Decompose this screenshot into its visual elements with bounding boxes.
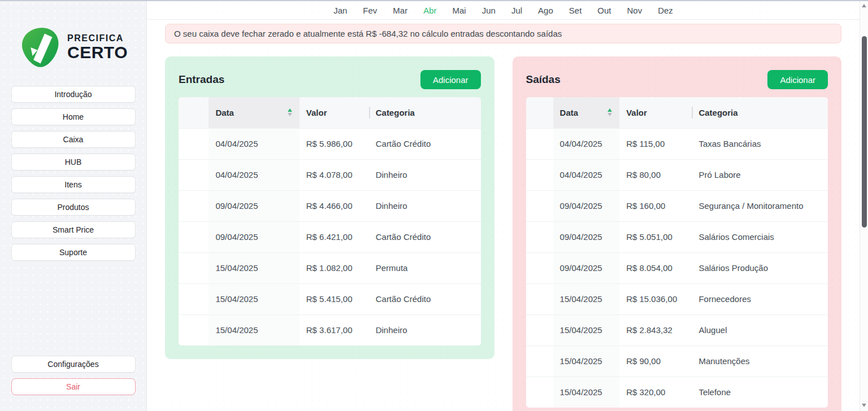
cell-data: 04/04/2025	[209, 128, 299, 159]
saidas-row[interactable]: 09/04/2025 R$ 160,00 Segurança / Monitor…	[526, 190, 828, 221]
month-tab[interactable]: Jul	[511, 6, 522, 15]
entradas-row[interactable]: 04/04/2025 R$ 5.986,00 Cartão Crédito	[179, 128, 481, 159]
entradas-row[interactable]: 15/04/2025 R$ 1.082,00 Permuta	[179, 252, 481, 283]
entradas-panel: Entradas Adicionar Data Valor Categoria	[165, 56, 494, 359]
cell-categoria: Salários Comerciais	[692, 221, 828, 252]
cell-valor: R$ 80,00	[619, 159, 692, 190]
cell-valor: R$ 8.054,00	[619, 252, 692, 283]
cell-categoria: Segurança / Monitoramento	[692, 190, 828, 221]
month-tab[interactable]: Dez	[658, 6, 673, 15]
entradas-row[interactable]: 09/04/2025 R$ 4.466,00 Dinheiro	[179, 190, 481, 221]
cell-select	[179, 190, 209, 221]
cell-valor: R$ 6.421,00	[300, 221, 369, 252]
entradas-column-categoria[interactable]: Categoria	[369, 97, 481, 128]
saidas-column-valor[interactable]: Valor	[619, 97, 692, 128]
cell-select	[179, 314, 209, 346]
cell-categoria: Taxas Bancárias	[692, 128, 828, 159]
sidebar-item[interactable]: Suporte	[11, 244, 136, 261]
entradas-select-column-header	[179, 97, 209, 128]
cell-categoria: Manutenções	[692, 346, 828, 377]
cell-select	[179, 252, 209, 283]
month-tab[interactable]: Ago	[538, 6, 553, 15]
month-tab[interactable]: Out	[597, 6, 611, 15]
cell-valor: R$ 5.415,00	[300, 283, 369, 314]
cell-data: 15/04/2025	[209, 314, 299, 346]
cell-data: 15/04/2025	[209, 283, 299, 314]
sidebar-footer-item[interactable]: Sair	[11, 378, 136, 395]
cell-categoria: Aluguel	[692, 314, 828, 346]
month-tab[interactable]: Fev	[363, 6, 377, 15]
cell-data: 04/04/2025	[209, 159, 299, 190]
saidas-header: Saídas Adicionar	[526, 70, 828, 89]
entradas-table-body: 04/04/2025 R$ 5.986,00 Cartão Crédito 04…	[179, 128, 481, 346]
brand-line-1: PRECIFICA	[67, 34, 128, 43]
sidebar: PRECIFICA CERTO IntroduçãoHomeCaixaHUBIt…	[0, 0, 147, 411]
saidas-row[interactable]: 15/04/2025 R$ 90,00 Manutenções	[526, 346, 828, 377]
cell-data: 09/04/2025	[553, 252, 620, 283]
saidas-row[interactable]: 04/04/2025 R$ 115,00 Taxas Bancárias	[526, 128, 828, 159]
month-tab[interactable]: Mai	[453, 6, 466, 15]
saidas-table: Data Valor Categoria 04/04/2025 R$ 115	[526, 97, 828, 408]
cell-categoria: Cartão Crédito	[369, 128, 481, 159]
cell-data: 09/04/2025	[553, 190, 620, 221]
month-tab[interactable]: Jun	[482, 6, 496, 15]
sort-icon[interactable]	[607, 108, 612, 116]
entradas-header: Entradas Adicionar	[179, 70, 481, 89]
month-tab[interactable]: Mar	[393, 6, 407, 15]
sidebar-item[interactable]: HUB	[11, 154, 136, 170]
sidebar-footer-item[interactable]: Configurações	[11, 356, 136, 373]
scrollbar-up-arrow-icon[interactable]	[862, 4, 866, 7]
cell-data: 09/04/2025	[553, 221, 620, 252]
window-top-border	[0, 0, 868, 1]
entradas-table: Data Valor Categoria 04/04/2025 R$ 5.9	[179, 97, 481, 346]
cell-valor: R$ 90,00	[619, 346, 692, 377]
vertical-scrollbar[interactable]	[860, 0, 868, 411]
saidas-row[interactable]: 09/04/2025 R$ 8.054,00 Salários Produção	[526, 252, 828, 283]
saidas-row[interactable]: 15/04/2025 R$ 15.036,00 Fornecedores	[526, 283, 828, 314]
sidebar-item[interactable]: Introdução	[11, 86, 136, 103]
brand-line-2: CERTO	[67, 44, 128, 61]
month-tab[interactable]: Abr	[423, 6, 436, 15]
scrollbar-down-arrow-icon[interactable]	[862, 404, 866, 407]
month-tab[interactable]: Jan	[333, 6, 347, 15]
cell-select	[179, 159, 209, 190]
entradas-add-button[interactable]: Adicionar	[420, 70, 481, 89]
saidas-column-categoria[interactable]: Categoria	[692, 97, 828, 128]
cell-data: 04/04/2025	[553, 159, 620, 190]
cell-data: 15/04/2025	[209, 252, 299, 283]
entradas-row[interactable]: 04/04/2025 R$ 4.078,00 Dinheiro	[179, 159, 481, 190]
entradas-column-valor[interactable]: Valor	[300, 97, 369, 128]
saidas-column-data[interactable]: Data	[553, 97, 620, 128]
month-tab[interactable]: Nov	[627, 6, 642, 15]
entradas-row[interactable]: 15/04/2025 R$ 3.617,00 Dinheiro	[179, 314, 481, 346]
cell-valor: R$ 5.051,00	[619, 221, 692, 252]
sidebar-item[interactable]: Smart Price	[11, 221, 136, 238]
sort-icon[interactable]	[288, 108, 292, 116]
cell-select	[526, 128, 553, 159]
cell-categoria: Cartão Crédito	[369, 221, 481, 252]
months-nav: JanFevMarAbrMaiJunJulAgoSetOutNovDez	[147, 1, 860, 20]
cell-data: 15/04/2025	[553, 314, 620, 346]
saidas-panel: Saídas Adicionar Data Valor Categoria	[513, 56, 842, 411]
entradas-column-data[interactable]: Data	[209, 97, 299, 128]
saidas-row[interactable]: 15/04/2025 R$ 2.843,32 Aluguel	[526, 314, 828, 346]
cell-valor: R$ 1.082,00	[300, 252, 369, 283]
saidas-row[interactable]: 15/04/2025 R$ 320,00 Telefone	[526, 377, 828, 408]
cell-select	[179, 221, 209, 252]
sidebar-item[interactable]: Home	[11, 108, 136, 125]
cell-select	[526, 377, 553, 408]
sidebar-item[interactable]: Produtos	[11, 199, 136, 216]
sidebar-item[interactable]: Itens	[11, 176, 136, 193]
logo-icon	[19, 26, 62, 69]
month-tab[interactable]: Set	[569, 6, 582, 15]
cell-select	[526, 190, 553, 221]
sidebar-item[interactable]: Caixa	[11, 131, 136, 148]
entradas-row[interactable]: 09/04/2025 R$ 6.421,00 Cartão Crédito	[179, 221, 481, 252]
saidas-row[interactable]: 04/04/2025 R$ 80,00 Pró Labore	[526, 159, 828, 190]
entradas-row[interactable]: 15/04/2025 R$ 5.415,00 Cartão Crédito	[179, 283, 481, 314]
cell-valor: R$ 4.078,00	[300, 159, 369, 190]
saidas-header-row: Data Valor Categoria	[526, 97, 828, 128]
scrollbar-thumb[interactable]	[862, 36, 867, 228]
saidas-row[interactable]: 09/04/2025 R$ 5.051,00 Salários Comercia…	[526, 221, 828, 252]
saidas-add-button[interactable]: Adicionar	[767, 70, 828, 89]
